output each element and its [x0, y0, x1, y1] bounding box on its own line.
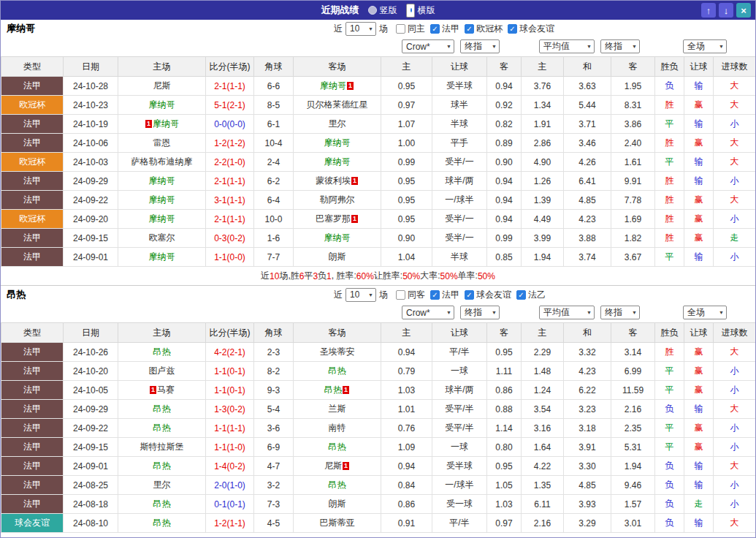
away-team-link[interactable]: 巴塞罗那: [316, 213, 351, 224]
away-team-link[interactable]: 兰斯: [329, 404, 346, 414]
home-team-link[interactable]: 尼斯: [153, 80, 171, 91]
caret-down-icon: ▼: [368, 292, 373, 298]
away-team-link[interactable]: 勒阿弗尔: [320, 194, 355, 205]
summary-segment: 负: [318, 270, 327, 282]
league-cell: 欧冠杯: [1, 153, 64, 172]
score-cell[interactable]: 5-1(2-1): [206, 96, 254, 115]
score-cell[interactable]: 1-2(1-2): [206, 134, 254, 153]
score-cell[interactable]: 3-1(1-1): [206, 191, 254, 210]
layout-option-horizontal[interactable]: 横版: [406, 4, 435, 18]
caret-down-icon: ▼: [632, 310, 637, 315]
filter-checkbox[interactable]: 同主: [396, 23, 425, 35]
date-cell: 24-10-06: [64, 134, 118, 153]
scope-select[interactable]: 全场▼: [683, 306, 727, 319]
match-count-select[interactable]: 10▼: [345, 288, 376, 302]
move-up-button[interactable]: ↑: [701, 3, 716, 18]
score-cell[interactable]: 4-2(2-1): [206, 343, 254, 362]
match-count-select[interactable]: 10▼: [345, 22, 376, 36]
away-team-link[interactable]: 尼斯: [324, 461, 342, 471]
league-cell: 法甲: [1, 400, 64, 419]
score-cell[interactable]: 1-1(0-1): [206, 381, 254, 400]
home-team-link[interactable]: 摩纳哥: [149, 213, 175, 224]
score-cell[interactable]: 2-0(1-0): [206, 476, 254, 495]
home-team-link[interactable]: 昂热: [153, 461, 171, 471]
avg-draw-cell: 4.23: [564, 210, 611, 229]
away-team-link[interactable]: 昂热: [324, 384, 342, 395]
filter-checkbox[interactable]: 同客: [396, 289, 425, 301]
score-cell[interactable]: 1-1(1-0): [206, 438, 254, 457]
filter-checkbox[interactable]: ✓法甲: [430, 23, 459, 35]
away-team-link[interactable]: 朗斯: [329, 499, 346, 509]
score-cell[interactable]: 1-4(0-2): [206, 457, 254, 476]
away-team-link[interactable]: 蒙彼利埃: [316, 175, 351, 186]
away-team-link[interactable]: 昂热: [329, 365, 346, 376]
away-team-link[interactable]: 昂热: [329, 480, 346, 490]
bookmaker-select[interactable]: Crow*▼: [402, 39, 454, 53]
home-team-link[interactable]: 昂热: [153, 518, 171, 528]
filter-checkbox[interactable]: ✓球会友谊: [508, 23, 554, 35]
avg-away-cell: 1.82: [611, 229, 655, 248]
scope-select[interactable]: 全场▼: [683, 39, 727, 53]
home-team-link[interactable]: 摩纳哥: [153, 118, 179, 129]
home-team-link[interactable]: 图卢兹: [149, 365, 175, 376]
date-cell: 24-10-26: [64, 343, 118, 362]
away-team-link[interactable]: 圣埃蒂安: [320, 346, 355, 357]
bookmaker-select[interactable]: Crow*▼: [402, 306, 454, 319]
score-cell[interactable]: 1-1(0-0): [206, 248, 254, 267]
average-index-select[interactable]: 终指▼: [600, 39, 640, 53]
away-team-link[interactable]: 南特: [329, 423, 346, 433]
away-team-link[interactable]: 摩纳哥: [324, 137, 351, 148]
home-team-link[interactable]: 摩纳哥: [149, 175, 175, 186]
home-team-link[interactable]: 昂热: [153, 346, 171, 357]
score-cell[interactable]: 2-1(1-1): [206, 77, 254, 96]
average-index-select[interactable]: 终指▼: [600, 306, 640, 319]
home-team-link[interactable]: 摩纳哥: [149, 251, 175, 262]
average-select[interactable]: 平均值▼: [539, 306, 595, 319]
home-team-link[interactable]: 昂热: [153, 423, 171, 433]
score-cell[interactable]: 1-1(0-1): [206, 362, 254, 381]
score-cell[interactable]: 0-0(0-0): [206, 115, 254, 134]
score-cell[interactable]: 2-2(1-0): [206, 153, 254, 172]
corners-cell: 8-5: [254, 96, 294, 115]
score-cell[interactable]: 1-3(0-2): [206, 400, 254, 419]
home-team-cell: 摩纳哥: [118, 96, 206, 115]
filter-checkbox[interactable]: ✓法乙: [516, 289, 546, 301]
away-team-link[interactable]: 昂热: [329, 442, 346, 452]
score-cell[interactable]: 1-2(1-1): [206, 514, 254, 533]
bookmaker-index-select[interactable]: 终指▼: [460, 39, 500, 53]
score-cell[interactable]: 0-3(0-2): [206, 229, 254, 248]
filter-checkbox[interactable]: ✓法甲: [430, 289, 459, 301]
move-down-button[interactable]: ↓: [719, 3, 733, 18]
bookmaker-index-select[interactable]: 终指▼: [460, 306, 500, 319]
home-team-link[interactable]: 雷恩: [153, 137, 171, 148]
score-cell[interactable]: 2-1(1-1): [206, 210, 254, 229]
handicap-cell: 受平/半: [432, 419, 487, 438]
filter-checkbox[interactable]: ✓欧冠杯: [465, 23, 503, 35]
home-team-link[interactable]: 昂热: [153, 404, 171, 414]
home-team-link[interactable]: 摩纳哥: [149, 194, 175, 205]
score-cell[interactable]: 1-1(1-1): [206, 419, 254, 438]
score-cell[interactable]: 0-1(0-1): [206, 495, 254, 514]
home-team-cell: 里尔: [118, 476, 206, 495]
corners-cell: 5-4: [254, 400, 294, 419]
away-team-link[interactable]: 朗斯: [329, 251, 346, 262]
home-team-link[interactable]: 欧塞尔: [149, 232, 175, 243]
home-team-link[interactable]: 萨格勒布迪纳摩: [131, 156, 193, 167]
filter-checkbox[interactable]: ✓球会友谊: [465, 289, 511, 301]
away-team-link[interactable]: 摩纳哥: [324, 156, 351, 167]
layout-option-vertical[interactable]: 竖版: [368, 4, 397, 17]
home-team-link[interactable]: 马赛: [157, 384, 175, 395]
score-cell[interactable]: 2-1(1-1): [206, 172, 254, 191]
close-button[interactable]: ×: [736, 3, 751, 18]
odds-home-cell: 0.95: [381, 210, 432, 229]
average-select[interactable]: 平均值▼: [539, 39, 595, 53]
away-team-link[interactable]: 摩纳哥: [320, 80, 346, 91]
home-team-link[interactable]: 斯特拉斯堡: [140, 442, 184, 452]
home-team-link[interactable]: 里尔: [153, 480, 171, 490]
away-team-link[interactable]: 摩纳哥: [324, 232, 351, 243]
away-team-link[interactable]: 巴斯蒂亚: [320, 518, 355, 528]
home-team-link[interactable]: 摩纳哥: [149, 99, 175, 110]
away-team-link[interactable]: 里尔: [329, 118, 346, 129]
away-team-link[interactable]: 贝尔格莱德红星: [307, 99, 368, 110]
home-team-link[interactable]: 昂热: [153, 499, 171, 509]
